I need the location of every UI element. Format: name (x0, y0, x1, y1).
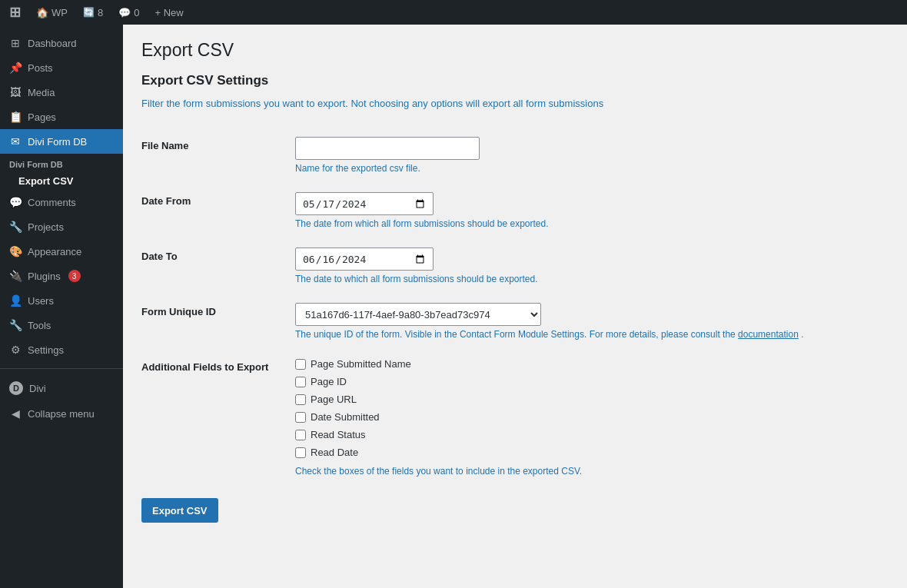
sidebar-item-plugins[interactable]: 🔌 Plugins 3 (0, 264, 123, 288)
checkbox-item-read-date: Read Date (295, 447, 889, 458)
checkbox-read-status[interactable] (295, 430, 306, 440)
export-csv-label: Export CSV (18, 175, 74, 187)
sidebar-item-posts[interactable]: 📌 Posts (0, 55, 123, 80)
sidebar-item-label: Divi Form DB (28, 136, 87, 148)
divi-icon: D (9, 381, 23, 395)
collapse-icon: ◀ (9, 407, 22, 420)
sidebar-item-label: Appearance (28, 246, 81, 257)
file-name-hint: Name for the exported csv file. (295, 163, 889, 174)
description-text: Filter the form submissions you want to … (141, 98, 889, 109)
main-content: Export CSV Export CSV Settings Filter th… (123, 25, 907, 588)
sidebar-item-label: Pages (28, 111, 56, 123)
plugins-badge: 3 (68, 270, 81, 282)
checkbox-label-date-submitted[interactable]: Date Submitted (311, 411, 380, 423)
checkbox-page-id[interactable] (295, 377, 306, 387)
checkbox-item-page-id: Page ID (295, 376, 889, 387)
date-to-hint: The date to which all form submissions s… (295, 274, 889, 284)
sidebar-item-appearance[interactable]: 🎨 Appearance (0, 239, 123, 264)
checkbox-page-url[interactable] (295, 394, 306, 405)
collapse-menu-label: Collapse menu (28, 408, 95, 420)
checkbox-item-page-url: Page URL (295, 394, 889, 405)
checkbox-label-read-status[interactable]: Read Status (311, 429, 366, 440)
file-name-field: Name for the exported csv file. (295, 137, 889, 174)
updates-button[interactable]: 🔄 8 (80, 0, 106, 25)
comments-count: 0 (134, 7, 139, 18)
sidebar-item-label: Users (28, 295, 54, 307)
additional-fields-row: Additional Fields to Export Page Submitt… (141, 349, 889, 486)
date-to-input[interactable] (295, 247, 434, 271)
section-title: Export CSV Settings (141, 73, 889, 88)
documentation-link[interactable]: documentation (738, 329, 799, 340)
sidebar-item-divi-form-db[interactable]: ✉ Divi Form DB (0, 129, 123, 154)
checkbox-label-page-id[interactable]: Page ID (311, 376, 347, 387)
new-content-button[interactable]: + New (151, 0, 186, 25)
sidebar-item-export-csv[interactable]: Export CSV (0, 172, 123, 190)
new-label: + New (154, 7, 183, 18)
sidebar-item-users[interactable]: 👤 Users (0, 288, 123, 313)
sidebar-item-pages[interactable]: 📋 Pages (0, 105, 123, 129)
additional-fields-field: Page Submitted Name Page ID Page URL Dat… (295, 358, 889, 477)
pages-icon: 📋 (9, 111, 22, 123)
sidebar-item-divi[interactable]: D Divi (0, 375, 123, 401)
page-title: Export CSV (141, 40, 889, 61)
form-unique-id-hint: The unique ID of the form. Visible in th… (295, 329, 889, 340)
date-from-hint: The date from which all form submissions… (295, 218, 889, 229)
settings-icon: ⚙ (9, 344, 22, 356)
wp-logo-icon: ⊞ (9, 4, 21, 21)
date-from-row: Date From The date from which all form s… (141, 183, 889, 238)
updates-count: 8 (98, 7, 103, 18)
dashboard-icon: ⊞ (9, 37, 22, 49)
hint-prefix: The unique ID of the form. Visible in th… (295, 329, 738, 340)
additional-fields-label: Additional Fields to Export (141, 358, 295, 373)
checkbox-label-page-url[interactable]: Page URL (311, 394, 357, 405)
file-name-row: File Name Name for the exported csv file… (141, 128, 889, 183)
checkbox-label-page-submitted-name[interactable]: Page Submitted Name (311, 358, 411, 370)
projects-icon: 🔧 (9, 221, 22, 233)
wp-logo-button[interactable]: ⊞ (6, 0, 24, 25)
additional-fields-hint: Check the boxes of the fields you want t… (295, 466, 889, 477)
file-name-label: File Name (141, 137, 295, 151)
plugins-icon: 🔌 (9, 270, 22, 282)
home-icon: 🏠 (36, 7, 48, 18)
sidebar-item-label: Settings (28, 344, 64, 356)
form-unique-id-label: Form Unique ID (141, 303, 295, 317)
date-from-input[interactable] (295, 192, 434, 215)
form-unique-id-select[interactable]: 51a167d6-117f-4aef-9a80-3b7ead73c974 (295, 303, 541, 326)
hint-suffix: . (801, 329, 803, 340)
checkbox-item-date-submitted: Date Submitted (295, 411, 889, 423)
sidebar-item-media[interactable]: 🖼 Media (0, 80, 123, 105)
checkbox-page-submitted-name[interactable] (295, 359, 306, 370)
sidebar-item-projects[interactable]: 🔧 Projects (0, 214, 123, 239)
form-unique-id-field: 51a167d6-117f-4aef-9a80-3b7ead73c974 The… (295, 303, 889, 340)
sidebar-item-label: Comments (28, 197, 76, 208)
sidebar-item-settings[interactable]: ⚙ Settings (0, 337, 123, 362)
checkbox-date-submitted[interactable] (295, 412, 306, 423)
checkbox-item-read-status: Read Status (295, 429, 889, 440)
date-to-field: The date to which all form submissions s… (295, 247, 889, 284)
checkbox-label-read-date[interactable]: Read Date (311, 447, 358, 458)
sidebar-item-label: Tools (28, 320, 51, 331)
updates-icon: 🔄 (83, 7, 95, 18)
sidebar-item-comments[interactable]: 💬 Comments (0, 190, 123, 214)
collapse-menu-button[interactable]: ◀ Collapse menu (0, 401, 123, 426)
posts-icon: 📌 (9, 61, 22, 74)
form-unique-id-row: Form Unique ID 51a167d6-117f-4aef-9a80-3… (141, 294, 889, 349)
site-name-button[interactable]: 🏠 WP (33, 0, 71, 25)
divi-form-db-sub-label: Divi Form DB (0, 154, 123, 172)
media-icon: 🖼 (9, 86, 22, 98)
checkbox-item-page-submitted-name: Page Submitted Name (295, 358, 889, 370)
checkbox-read-date[interactable] (295, 447, 306, 458)
comments-button[interactable]: 💬 0 (115, 0, 142, 25)
sidebar-item-dashboard[interactable]: ⊞ Dashboard (0, 31, 123, 55)
site-name-label: WP (51, 7, 68, 18)
date-to-label: Date To (141, 247, 295, 262)
sidebar-item-label: Divi (29, 383, 46, 394)
file-name-input[interactable] (295, 137, 480, 160)
appearance-icon: 🎨 (9, 245, 22, 257)
sidebar: ⊞ Dashboard 📌 Posts 🖼 Media 📋 Pages ✉ Di… (0, 25, 123, 588)
export-csv-button[interactable]: Export CSV (141, 498, 218, 523)
date-from-label: Date From (141, 192, 295, 207)
sidebar-item-tools[interactable]: 🔧 Tools (0, 313, 123, 337)
sidebar-item-label: Posts (28, 62, 53, 74)
sidebar-item-label: Media (28, 87, 55, 98)
